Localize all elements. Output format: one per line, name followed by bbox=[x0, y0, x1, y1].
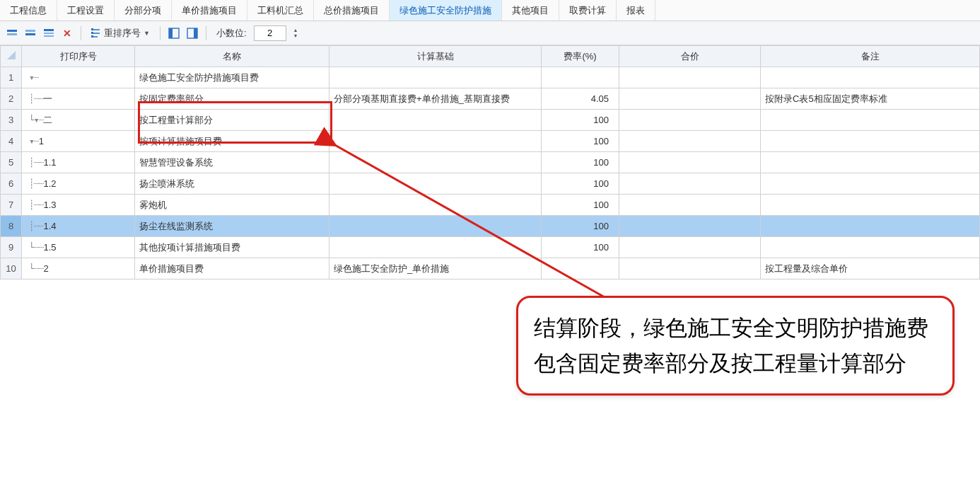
tab-0[interactable]: 工程信息 bbox=[0, 0, 57, 21]
decimals-input[interactable] bbox=[254, 25, 286, 41]
remark-cell[interactable] bbox=[761, 152, 980, 173]
row-number[interactable]: 4 bbox=[1, 131, 22, 152]
total-cell[interactable] bbox=[619, 173, 761, 195]
basis-cell[interactable]: 绿色施工安全防护_单价措施 bbox=[329, 258, 542, 279]
seq-cell[interactable]: ┊┈┈1.3 bbox=[22, 195, 135, 216]
seq-cell[interactable]: ┊┈┈1.1 bbox=[22, 152, 135, 173]
basis-cell[interactable] bbox=[329, 216, 542, 237]
total-cell[interactable] bbox=[619, 67, 761, 88]
table-row[interactable]: 2┊┈┈一按固定费率部分分部分项基期直接费+单价措施_基期直接费4.05按附录C… bbox=[1, 88, 980, 110]
total-cell[interactable] bbox=[619, 216, 761, 237]
seq-cell[interactable]: ┊┈┈一 bbox=[22, 88, 135, 110]
rate-cell[interactable]: 100 bbox=[542, 237, 619, 258]
table-row[interactable]: 10 └┈┈2单价措施项目费绿色施工安全防护_单价措施按工程量及综合单价 bbox=[1, 258, 980, 279]
row-number[interactable]: 9 bbox=[1, 237, 22, 258]
col-remark-header[interactable]: 备注 bbox=[761, 46, 980, 67]
total-cell[interactable] bbox=[619, 152, 761, 173]
name-cell[interactable]: 雾炮机 bbox=[135, 195, 329, 216]
row-number[interactable]: 1 bbox=[1, 67, 22, 88]
corner-cell[interactable] bbox=[1, 46, 22, 67]
basis-cell[interactable] bbox=[329, 67, 542, 88]
name-cell[interactable]: 按固定费率部分 bbox=[135, 88, 329, 110]
rate-cell[interactable]: 100 bbox=[542, 152, 619, 173]
insert-row-above-icon[interactable] bbox=[4, 25, 20, 41]
rate-cell[interactable]: 100 bbox=[542, 131, 619, 152]
remark-cell[interactable]: 按附录C表5相应固定费率标准 bbox=[761, 88, 980, 110]
grid-tool-b-icon[interactable] bbox=[185, 25, 200, 41]
row-number[interactable]: 7 bbox=[1, 195, 22, 216]
name-cell[interactable]: 扬尘在线监测系统 bbox=[135, 216, 329, 237]
name-cell[interactable]: 按项计算措施项目费 bbox=[135, 131, 329, 152]
total-cell[interactable] bbox=[619, 258, 761, 279]
remark-cell[interactable] bbox=[761, 67, 980, 88]
rate-cell[interactable]: 100 bbox=[542, 195, 619, 216]
table-row[interactable]: 3└▾┈二按工程量计算部分100 bbox=[1, 110, 980, 131]
table-row[interactable]: 7 ┊┈┈1.3雾炮机100 bbox=[1, 195, 980, 216]
seq-cell[interactable]: ┊┈┈1.4 bbox=[22, 216, 135, 237]
total-cell[interactable] bbox=[619, 195, 761, 216]
seq-cell[interactable]: ▾┈ bbox=[22, 67, 135, 88]
seq-cell[interactable]: └▾┈二 bbox=[22, 110, 135, 131]
seq-cell[interactable]: ▾┈1 bbox=[22, 131, 135, 152]
basis-cell[interactable] bbox=[329, 152, 542, 173]
tab-9[interactable]: 报表 bbox=[617, 0, 655, 21]
table-row[interactable]: 6 ┊┈┈1.2扬尘喷淋系统100 bbox=[1, 173, 980, 195]
remark-cell[interactable] bbox=[761, 110, 980, 131]
tab-5[interactable]: 总价措施项目 bbox=[314, 0, 390, 21]
row-number[interactable]: 10 bbox=[1, 258, 22, 279]
total-cell[interactable] bbox=[619, 131, 761, 152]
name-cell[interactable]: 扬尘喷淋系统 bbox=[135, 173, 329, 195]
total-cell[interactable] bbox=[619, 110, 761, 131]
table-row[interactable]: 1▾┈绿色施工安全防护措施项目费 bbox=[1, 67, 980, 88]
table-row[interactable]: 8 ┊┈┈1.4扬尘在线监测系统100 bbox=[1, 216, 980, 237]
row-number[interactable]: 6 bbox=[1, 173, 22, 195]
remark-cell[interactable]: 按工程量及综合单价 bbox=[761, 258, 980, 279]
table-row[interactable]: 5 ┊┈┈1.1智慧管理设备系统100 bbox=[1, 152, 980, 173]
basis-cell[interactable] bbox=[329, 131, 542, 152]
basis-cell[interactable] bbox=[329, 237, 542, 258]
basis-cell[interactable]: 分部分项基期直接费+单价措施_基期直接费 bbox=[329, 88, 542, 110]
name-cell[interactable]: 绿色施工安全防护措施项目费 bbox=[135, 67, 329, 88]
rate-cell[interactable] bbox=[542, 258, 619, 279]
rate-cell[interactable]: 100 bbox=[542, 216, 619, 237]
resort-button[interactable]: 重排序号 ▼ bbox=[87, 25, 154, 42]
col-rate-header[interactable]: 费率(%) bbox=[542, 46, 619, 67]
decimals-spinner[interactable]: ▲ ▼ bbox=[292, 28, 300, 39]
remark-cell[interactable] bbox=[761, 131, 980, 152]
col-total-header[interactable]: 合价 bbox=[619, 46, 761, 67]
tab-6[interactable]: 绿色施工安全防护措施 bbox=[390, 0, 502, 21]
rate-cell[interactable]: 100 bbox=[542, 173, 619, 195]
tab-8[interactable]: 取费计算 bbox=[559, 0, 617, 21]
spin-up-icon[interactable]: ▲ bbox=[292, 28, 300, 33]
tab-3[interactable]: 单价措施项目 bbox=[172, 0, 247, 21]
tab-7[interactable]: 其他项目 bbox=[502, 0, 559, 21]
tab-4[interactable]: 工料机汇总 bbox=[247, 0, 314, 21]
row-number[interactable]: 3 bbox=[1, 110, 22, 131]
row-number[interactable]: 8 bbox=[1, 216, 22, 237]
name-cell[interactable]: 按工程量计算部分 bbox=[135, 110, 329, 131]
rate-cell[interactable]: 100 bbox=[542, 110, 619, 131]
name-cell[interactable]: 单价措施项目费 bbox=[135, 258, 329, 279]
tab-2[interactable]: 分部分项 bbox=[115, 0, 172, 21]
rate-cell[interactable] bbox=[542, 67, 619, 88]
name-cell[interactable]: 其他按项计算措施项目费 bbox=[135, 237, 329, 258]
rate-cell[interactable]: 4.05 bbox=[542, 88, 619, 110]
seq-cell[interactable]: ┊┈┈1.2 bbox=[22, 173, 135, 195]
col-name-header[interactable]: 名称 bbox=[135, 46, 329, 67]
col-seq-header[interactable]: 打印序号 bbox=[22, 46, 135, 67]
remark-cell[interactable] bbox=[761, 237, 980, 258]
basis-cell[interactable] bbox=[329, 195, 542, 216]
name-cell[interactable]: 智慧管理设备系统 bbox=[135, 152, 329, 173]
seq-cell[interactable]: └┈┈2 bbox=[22, 258, 135, 279]
grid-tool-a-icon[interactable] bbox=[166, 25, 182, 41]
remark-cell[interactable] bbox=[761, 195, 980, 216]
spin-down-icon[interactable]: ▼ bbox=[292, 33, 300, 39]
basis-cell[interactable] bbox=[329, 173, 542, 195]
total-cell[interactable] bbox=[619, 88, 761, 110]
row-number[interactable]: 5 bbox=[1, 152, 22, 173]
insert-group-icon[interactable] bbox=[41, 25, 57, 41]
table-row[interactable]: 4 ▾┈1按项计算措施项目费100 bbox=[1, 131, 980, 152]
remark-cell[interactable] bbox=[761, 216, 980, 237]
tab-1[interactable]: 工程设置 bbox=[57, 0, 115, 21]
seq-cell[interactable]: └┈┈1.5 bbox=[22, 237, 135, 258]
